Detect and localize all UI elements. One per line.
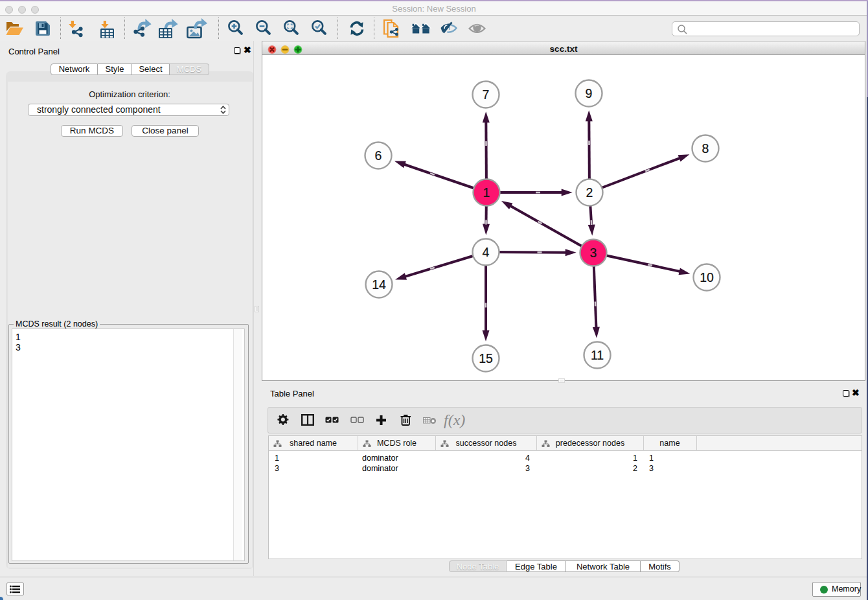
svg-text:7: 7 (483, 87, 490, 102)
svg-text:1: 1 (483, 185, 490, 200)
svg-text:14: 14 (372, 277, 386, 292)
svg-text:8: 8 (702, 141, 709, 156)
svg-text:f(x): f(x) (444, 411, 465, 428)
svg-text:6: 6 (375, 148, 382, 163)
svg-text:4: 4 (483, 245, 490, 259)
svg-text:15: 15 (479, 351, 493, 365)
svg-text:3: 3 (590, 246, 597, 260)
svg-text:9: 9 (586, 86, 593, 100)
svg-text:10: 10 (700, 270, 714, 284)
svg-text:2: 2 (586, 185, 593, 200)
svg-text:11: 11 (591, 348, 604, 362)
